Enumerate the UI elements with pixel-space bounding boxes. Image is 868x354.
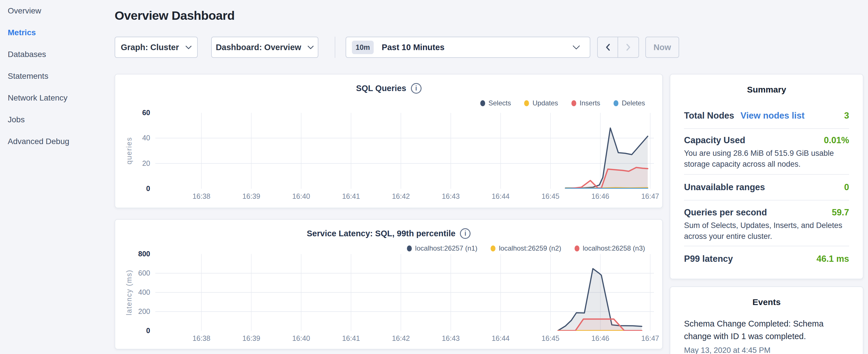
x-tick-label: 16:47 xyxy=(631,334,669,343)
y-axis-label: queries xyxy=(125,137,133,164)
legend-dot xyxy=(575,246,580,252)
summary-row-label: Total Nodes xyxy=(684,110,734,121)
x-tick-label: 16:40 xyxy=(283,334,320,343)
summary-row-label: Unavailable ranges xyxy=(684,182,765,192)
y-axis-label: latency (ms) xyxy=(125,269,133,315)
graph-dropdown[interactable]: Graph: Cluster xyxy=(115,37,198,58)
chart-plot[interactable] xyxy=(155,254,654,331)
y-tick-label: 0 xyxy=(115,185,150,193)
legend-label: localhost:26259 (n2) xyxy=(499,244,561,252)
chart-card-sql-queries: SQL Queries i Selects Updates Inserts De… xyxy=(115,74,663,208)
x-tick-label: 16:40 xyxy=(283,192,320,200)
chevron-down-icon xyxy=(572,45,580,50)
time-back-button[interactable] xyxy=(598,37,618,57)
dashboard-dropdown[interactable]: Dashboard: Overview xyxy=(211,37,318,58)
page-title: Overview Dashboard xyxy=(115,9,235,23)
legend-label: localhost:26257 (n1) xyxy=(415,244,477,252)
summary-row-p99-latency: P99 latency 46.1 ms xyxy=(684,246,849,271)
x-tick-label: 16:44 xyxy=(482,334,519,343)
x-tick-label: 16:39 xyxy=(233,334,270,343)
summary-row-label: P99 latency xyxy=(684,254,733,264)
info-icon[interactable]: i xyxy=(460,228,470,239)
summary-row-subtext: Sum of Selects, Updates, Inserts, and De… xyxy=(684,220,849,242)
sidebar-item-advanced-debug[interactable]: Advanced Debug xyxy=(0,131,115,152)
summary-row-label: Queries per second xyxy=(684,207,767,218)
summary-row-capacity-used: Capacity Used 0.01% You are using 28.6 M… xyxy=(684,129,849,175)
summary-row-unavailable-ranges: Unavailable ranges 0 xyxy=(684,175,849,200)
now-button[interactable]: Now xyxy=(645,37,679,58)
event-text: Schema Change Completed: Schema change w… xyxy=(684,317,849,343)
summary-row-value: 59.7 xyxy=(832,207,849,218)
summary-row-value: 0.01% xyxy=(824,135,849,146)
chevron-right-icon xyxy=(626,43,631,51)
legend-item: Updates xyxy=(524,99,558,107)
x-tick-label: 16:46 xyxy=(582,334,619,343)
events-title: Events xyxy=(684,297,849,307)
sidebar-item-databases[interactable]: Databases xyxy=(0,43,115,65)
chevron-down-icon xyxy=(185,45,192,49)
summary-row-label: Capacity Used xyxy=(684,135,745,146)
chevron-left-icon xyxy=(605,43,610,51)
legend-dot xyxy=(407,246,412,252)
x-tick-label: 16:41 xyxy=(333,192,370,200)
legend-dot xyxy=(491,246,495,252)
chart-title: Service Latency: SQL, 99th percentile xyxy=(307,229,456,238)
legend-label: localhost:26258 (n3) xyxy=(583,244,645,252)
summary-row-queries-per-second: Queries per second 59.7 Sum of Selects, … xyxy=(684,200,849,246)
summary-row-subtext: You are using 28.6 MiB of 515.9 GiB usab… xyxy=(684,148,849,169)
x-tick-label: 16:43 xyxy=(432,334,469,343)
x-tick-label: 16:45 xyxy=(532,334,569,343)
legend-item: Inserts xyxy=(571,99,600,107)
summary-row-value: 46.1 ms xyxy=(816,254,849,264)
x-tick-label: 16:44 xyxy=(482,192,519,200)
events-panel: Events Schema Change Completed: Schema c… xyxy=(670,286,863,354)
y-tick-label: 800 xyxy=(115,250,150,258)
chart-plot-svg xyxy=(155,254,654,331)
graph-dropdown-label: Graph: Cluster xyxy=(121,43,179,52)
x-tick-label: 16:46 xyxy=(582,192,619,200)
event-list-item[interactable]: Schema Change Completed: Schema change w… xyxy=(684,317,849,354)
time-range-label: Past 10 Minutes xyxy=(382,43,444,52)
event-timestamp: May 13, 2020 at 4:45 PM xyxy=(684,346,849,354)
legend-label: Updates xyxy=(532,99,558,107)
toolbar-divider xyxy=(335,37,335,58)
dashboard-dropdown-label: Dashboard: Overview xyxy=(216,43,301,52)
legend-label: Inserts xyxy=(580,99,600,107)
summary-row-value: 0 xyxy=(844,182,849,192)
sidebar-item-overview[interactable]: Overview xyxy=(0,0,115,22)
chevron-down-icon xyxy=(308,45,314,49)
view-nodes-list-link[interactable]: View nodes list xyxy=(741,110,804,121)
summary-row-value: 3 xyxy=(844,110,849,121)
x-tick-label: 16:45 xyxy=(532,192,569,200)
info-icon[interactable]: i xyxy=(411,83,422,94)
legend-item: Deletes xyxy=(614,99,645,107)
chart-plot[interactable] xyxy=(155,113,654,189)
y-tick-label: 0 xyxy=(115,326,150,335)
sidebar-item-statements[interactable]: Statements xyxy=(0,65,115,87)
chart-plot-svg xyxy=(155,113,654,189)
x-tick-label: 16:41 xyxy=(333,334,370,343)
summary-panel: Summary Total Nodes View nodes list 3 Ca… xyxy=(670,74,863,279)
x-tick-label: 16:43 xyxy=(432,192,469,200)
time-forward-button[interactable] xyxy=(618,37,639,57)
summary-row-total-nodes: Total Nodes View nodes list 3 xyxy=(684,106,849,129)
sidebar: Overview Metrics Databases Statements Ne… xyxy=(0,0,115,354)
legend-dot xyxy=(571,100,576,106)
legend-item: Selects xyxy=(480,99,511,107)
legend-dot xyxy=(614,100,618,106)
time-nav-arrows xyxy=(597,37,639,58)
sidebar-item-jobs[interactable]: Jobs xyxy=(0,109,115,131)
chart-title: SQL Queries xyxy=(356,84,406,93)
x-tick-label: 16:38 xyxy=(183,334,220,343)
legend-label: Selects xyxy=(489,99,511,107)
y-tick-label: 60 xyxy=(115,108,150,117)
chart-card-service-latency: Service Latency: SQL, 99th percentile i … xyxy=(115,219,663,349)
time-range-picker[interactable]: 10m Past 10 Minutes xyxy=(346,37,590,58)
x-tick-label: 16:38 xyxy=(183,192,220,200)
legend-item: localhost:26258 (n3) xyxy=(575,244,645,252)
x-tick-label: 16:42 xyxy=(382,334,420,343)
sidebar-item-network-latency[interactable]: Network Latency xyxy=(0,87,115,109)
chart-legend: localhost:26257 (n1) localhost:26259 (n2… xyxy=(407,244,645,252)
legend-item: localhost:26259 (n2) xyxy=(491,244,561,252)
sidebar-item-metrics[interactable]: Metrics xyxy=(0,22,115,43)
